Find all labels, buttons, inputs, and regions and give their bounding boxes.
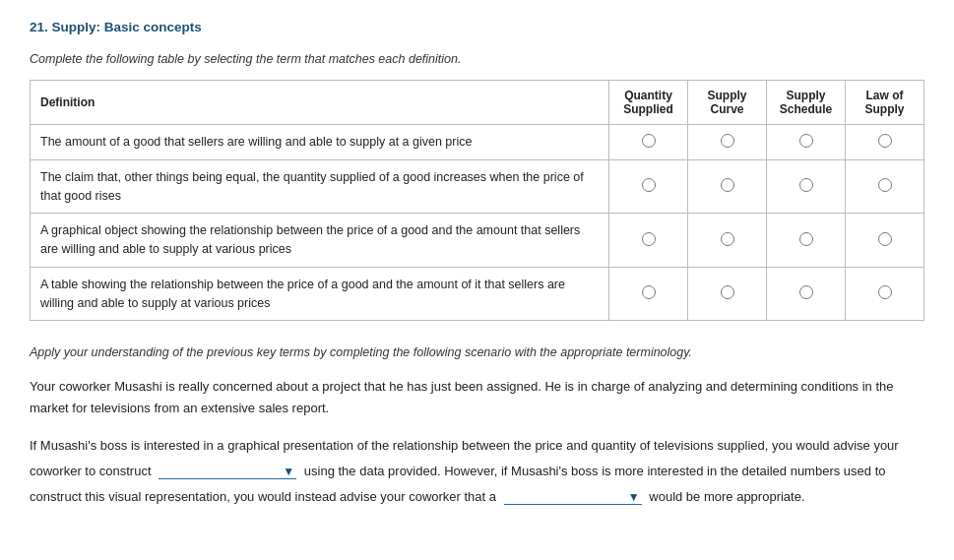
col-supply-schedule: SupplySchedule (767, 81, 846, 125)
radio-3-supply-curve[interactable] (721, 232, 734, 246)
radio-2-law-of-supply[interactable] (878, 178, 892, 192)
table-row: A table showing the relationship between… (31, 267, 924, 321)
col-law-of-supply: Law ofSupply (846, 81, 924, 125)
radio-4-law-of-supply[interactable] (878, 285, 892, 299)
col-supply-curve: SupplyCurve (688, 81, 767, 125)
scenario-text1: Your coworker Musashi is really concerne… (30, 376, 924, 419)
radio-4-quantity-supplied[interactable] (642, 285, 656, 299)
scenario-instruction: Apply your understanding of the previous… (30, 342, 924, 362)
radio-cell-4-supply-curve[interactable] (688, 267, 767, 321)
radio-1-supply-curve[interactable] (721, 134, 734, 148)
col-quantity-supplied: QuantitySupplied (609, 81, 688, 125)
dropdown1-container[interactable]: a supply curvea supply schedulequantity … (159, 464, 296, 479)
dropdown2-container[interactable]: supply curvesupply schedulequantity supp… (504, 489, 642, 505)
scenario-part3: would be more appropriate. (649, 489, 804, 504)
radio-cell-2-supply-curve[interactable] (688, 159, 767, 214)
definition-cell-2: The claim that, other things being equal… (31, 159, 609, 214)
definition-cell-3: A graphical object showing the relations… (31, 214, 609, 268)
radio-cell-3-supply-curve[interactable] (688, 214, 767, 268)
radio-1-law-of-supply[interactable] (878, 134, 892, 148)
radio-cell-2-law-of-supply[interactable] (846, 159, 924, 214)
radio-1-quantity-supplied[interactable] (642, 134, 656, 148)
page-title: 21. Supply: Basic concepts (30, 20, 924, 34)
definition-cell-4: A table showing the relationship between… (31, 267, 609, 321)
table-row: The amount of a good that sellers are wi… (31, 125, 924, 160)
radio-cell-1-supply-schedule[interactable] (767, 125, 846, 160)
definition-table: Definition QuantitySupplied SupplyCurve … (30, 80, 924, 321)
radio-2-supply-schedule[interactable] (799, 178, 813, 192)
radio-4-supply-curve[interactable] (721, 285, 734, 299)
col-definition: Definition (31, 81, 609, 125)
radio-4-supply-schedule[interactable] (799, 285, 813, 299)
radio-cell-1-supply-curve[interactable] (688, 125, 767, 160)
radio-2-quantity-supplied[interactable] (642, 178, 656, 192)
radio-3-law-of-supply[interactable] (878, 232, 892, 246)
radio-cell-1-quantity-supplied[interactable] (609, 125, 688, 160)
radio-cell-4-supply-schedule[interactable] (767, 267, 846, 321)
definition-cell-1: The amount of a good that sellers are wi… (31, 125, 609, 160)
dropdown2-select[interactable]: supply curvesupply schedulequantity supp… (504, 489, 632, 504)
radio-3-supply-schedule[interactable] (799, 232, 813, 246)
radio-cell-3-supply-schedule[interactable] (767, 214, 846, 268)
radio-1-supply-schedule[interactable] (799, 134, 813, 148)
radio-cell-4-quantity-supplied[interactable] (609, 267, 688, 321)
table-row: A graphical object showing the relations… (31, 214, 924, 268)
table-row: The claim that, other things being equal… (31, 159, 924, 214)
radio-3-quantity-supplied[interactable] (642, 232, 656, 246)
radio-cell-2-supply-schedule[interactable] (767, 159, 846, 214)
radio-2-supply-curve[interactable] (721, 178, 734, 192)
table-instruction: Complete the following table by selectin… (30, 52, 924, 66)
radio-cell-3-law-of-supply[interactable] (846, 214, 924, 268)
scenario-fill: If Musashi's boss is interested in a gra… (30, 433, 924, 510)
radio-cell-3-quantity-supplied[interactable] (609, 214, 688, 268)
radio-cell-4-law-of-supply[interactable] (846, 267, 924, 321)
dropdown1-select[interactable]: a supply curvea supply schedulequantity … (159, 464, 286, 478)
radio-cell-2-quantity-supplied[interactable] (609, 159, 688, 214)
radio-cell-1-law-of-supply[interactable] (846, 125, 924, 160)
